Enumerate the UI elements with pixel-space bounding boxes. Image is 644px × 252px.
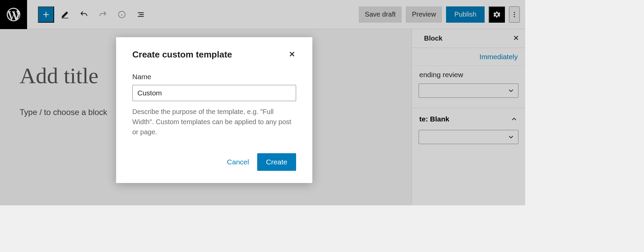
modal-header: Create custom template xyxy=(132,49,296,60)
modal-title: Create custom template xyxy=(132,49,232,60)
template-name-input[interactable] xyxy=(132,85,296,101)
cancel-button[interactable]: Cancel xyxy=(227,158,249,166)
template-help-text: Describe the purpose of the template, e.… xyxy=(132,107,296,137)
create-button[interactable]: Create xyxy=(257,153,296,171)
name-field-label: Name xyxy=(132,73,296,81)
create-template-modal: Create custom template Name Describe the… xyxy=(116,37,312,183)
modal-actions: Cancel Create xyxy=(132,153,296,171)
modal-close-button[interactable] xyxy=(288,50,296,59)
